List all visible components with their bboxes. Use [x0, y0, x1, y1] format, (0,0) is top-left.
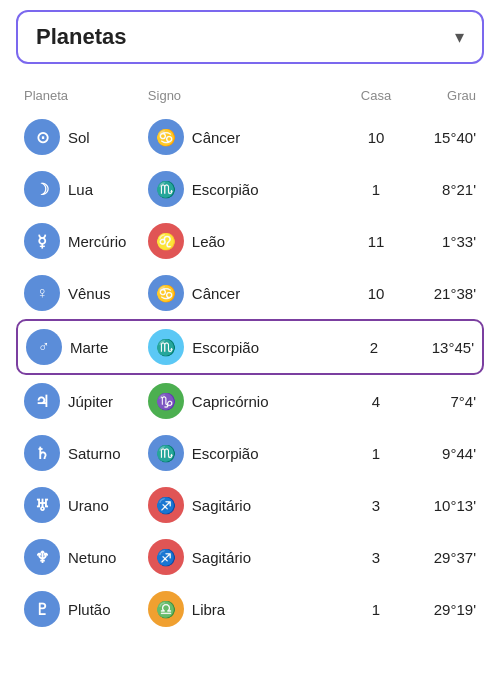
grau-val-urano: 10°13'	[406, 497, 476, 514]
planet-row-lua[interactable]: ☽ Lua ♏ Escorpião 1 8°21'	[16, 163, 484, 215]
casa-val-jupiter: 4	[346, 393, 406, 410]
casa-val-sol: 10	[346, 129, 406, 146]
sign-name-mercurio: Leão	[192, 233, 225, 250]
planet-name-lua: Lua	[68, 181, 93, 198]
sign-icon-mercurio: ♌	[148, 223, 184, 259]
planet-icon-urano: ♅	[24, 487, 60, 523]
grau-val-mercurio: 1°33'	[406, 233, 476, 250]
planet-cell-netuno: ♆ Netuno	[24, 539, 148, 575]
casa-val-venus: 10	[346, 285, 406, 302]
grau-val-marte: 13°45'	[404, 339, 474, 356]
planet-icon-sol: ⊙	[24, 119, 60, 155]
planet-row-jupiter[interactable]: ♃ Júpiter ♑ Capricórnio 4 7°4'	[16, 375, 484, 427]
casa-val-mercurio: 11	[346, 233, 406, 250]
sign-name-saturno: Escorpião	[192, 445, 259, 462]
grau-val-netuno: 29°37'	[406, 549, 476, 566]
planet-name-netuno: Netuno	[68, 549, 116, 566]
sign-name-plutao: Libra	[192, 601, 225, 618]
sign-cell-saturno: ♏ Escorpião	[148, 435, 346, 471]
planet-name-marte: Marte	[70, 339, 108, 356]
planet-row-venus[interactable]: ♀ Vênus ♋ Câncer 10 21°38'	[16, 267, 484, 319]
planet-cell-mercurio: ☿ Mercúrio	[24, 223, 148, 259]
sign-name-netuno: Sagitário	[192, 549, 251, 566]
planet-row-marte[interactable]: ♂ Marte ♏ Escorpião 2 13°45'	[16, 319, 484, 375]
sign-cell-urano: ♐ Sagitário	[148, 487, 346, 523]
planetas-dropdown[interactable]: Planetas ▾	[16, 10, 484, 64]
casa-val-lua: 1	[346, 181, 406, 198]
sign-name-urano: Sagitário	[192, 497, 251, 514]
planet-row-sol[interactable]: ⊙ Sol ♋ Câncer 10 15°40'	[16, 111, 484, 163]
sign-icon-saturno: ♏	[148, 435, 184, 471]
grau-val-sol: 15°40'	[406, 129, 476, 146]
planet-row-saturno[interactable]: ♄ Saturno ♏ Escorpião 1 9°44'	[16, 427, 484, 479]
grau-val-lua: 8°21'	[406, 181, 476, 198]
planet-icon-mercurio: ☿	[24, 223, 60, 259]
casa-val-urano: 3	[346, 497, 406, 514]
casa-val-saturno: 1	[346, 445, 406, 462]
col-signo-header: Signo	[148, 88, 346, 103]
planet-name-sol: Sol	[68, 129, 90, 146]
planet-icon-venus: ♀	[24, 275, 60, 311]
planet-table: ⊙ Sol ♋ Câncer 10 15°40' ☽ Lua ♏	[16, 111, 484, 635]
sign-cell-netuno: ♐ Sagitário	[148, 539, 346, 575]
planet-icon-marte: ♂	[26, 329, 62, 365]
sign-cell-marte: ♏ Escorpião	[148, 329, 344, 365]
planet-cell-lua: ☽ Lua	[24, 171, 148, 207]
planet-row-netuno[interactable]: ♆ Netuno ♐ Sagitário 3 29°37'	[16, 531, 484, 583]
planet-cell-marte: ♂ Marte	[26, 329, 148, 365]
sign-cell-jupiter: ♑ Capricórnio	[148, 383, 346, 419]
sign-icon-plutao: ♎	[148, 591, 184, 627]
sign-name-marte: Escorpião	[192, 339, 259, 356]
grau-val-plutao: 29°19'	[406, 601, 476, 618]
planet-name-saturno: Saturno	[68, 445, 121, 462]
planet-row-mercurio[interactable]: ☿ Mercúrio ♌ Leão 11 1°33'	[16, 215, 484, 267]
planet-name-mercurio: Mercúrio	[68, 233, 126, 250]
casa-val-netuno: 3	[346, 549, 406, 566]
sign-name-venus: Câncer	[192, 285, 240, 302]
sign-cell-plutao: ♎ Libra	[148, 591, 346, 627]
planet-name-urano: Urano	[68, 497, 109, 514]
planet-name-plutao: Plutão	[68, 601, 111, 618]
casa-val-marte: 2	[344, 339, 404, 356]
col-casa-header: Casa	[346, 88, 406, 103]
sign-icon-sol: ♋	[148, 119, 184, 155]
chevron-down-icon: ▾	[455, 26, 464, 48]
sign-cell-venus: ♋ Câncer	[148, 275, 346, 311]
planet-icon-netuno: ♆	[24, 539, 60, 575]
sign-icon-marte: ♏	[148, 329, 184, 365]
sign-name-jupiter: Capricórnio	[192, 393, 269, 410]
grau-val-saturno: 9°44'	[406, 445, 476, 462]
sign-icon-jupiter: ♑	[148, 383, 184, 419]
sign-icon-netuno: ♐	[148, 539, 184, 575]
planet-icon-lua: ☽	[24, 171, 60, 207]
planet-row-plutao[interactable]: ♇ Plutão ♎ Libra 1 29°19'	[16, 583, 484, 635]
dropdown-title: Planetas	[36, 24, 127, 50]
planet-cell-jupiter: ♃ Júpiter	[24, 383, 148, 419]
col-planeta-header: Planeta	[24, 88, 148, 103]
planet-cell-sol: ⊙ Sol	[24, 119, 148, 155]
planet-icon-jupiter: ♃	[24, 383, 60, 419]
planet-cell-venus: ♀ Vênus	[24, 275, 148, 311]
grau-val-jupiter: 7°4'	[406, 393, 476, 410]
sign-name-lua: Escorpião	[192, 181, 259, 198]
planet-name-venus: Vênus	[68, 285, 111, 302]
sign-cell-sol: ♋ Câncer	[148, 119, 346, 155]
sign-icon-lua: ♏	[148, 171, 184, 207]
sign-cell-lua: ♏ Escorpião	[148, 171, 346, 207]
col-grau-header: Grau	[406, 88, 476, 103]
casa-val-plutao: 1	[346, 601, 406, 618]
table-header: Planeta Signo Casa Grau	[16, 84, 484, 107]
planet-row-urano[interactable]: ♅ Urano ♐ Sagitário 3 10°13'	[16, 479, 484, 531]
planet-icon-saturno: ♄	[24, 435, 60, 471]
sign-name-sol: Câncer	[192, 129, 240, 146]
grau-val-venus: 21°38'	[406, 285, 476, 302]
planet-cell-urano: ♅ Urano	[24, 487, 148, 523]
sign-icon-urano: ♐	[148, 487, 184, 523]
planet-icon-plutao: ♇	[24, 591, 60, 627]
planet-cell-saturno: ♄ Saturno	[24, 435, 148, 471]
main-container: Planetas ▾ Planeta Signo Casa Grau ⊙ Sol…	[0, 10, 500, 655]
sign-cell-mercurio: ♌ Leão	[148, 223, 346, 259]
planet-name-jupiter: Júpiter	[68, 393, 113, 410]
planet-cell-plutao: ♇ Plutão	[24, 591, 148, 627]
sign-icon-venus: ♋	[148, 275, 184, 311]
